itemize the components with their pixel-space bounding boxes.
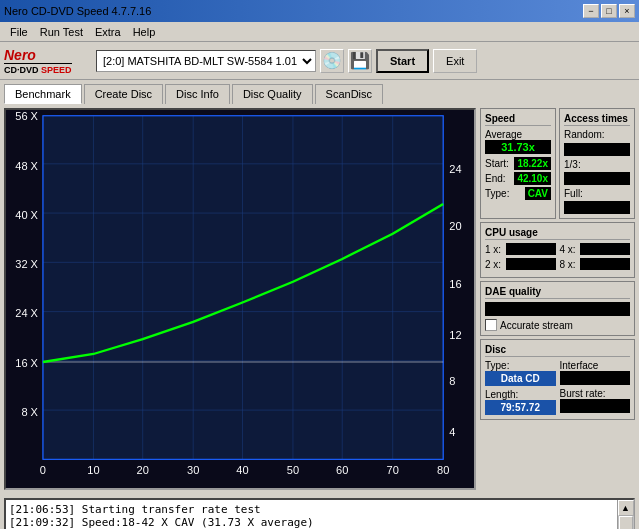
speed-section: Speed Average 31.73x Start: 18.22x End: … bbox=[480, 108, 556, 219]
end-label: End: bbox=[485, 173, 506, 184]
full-value-box bbox=[564, 201, 630, 214]
cpu-2x-box bbox=[506, 258, 556, 270]
cpu-1x-box bbox=[506, 243, 556, 255]
scroll-track[interactable] bbox=[618, 516, 634, 529]
end-value: 42.10x bbox=[514, 172, 551, 185]
disc-type-label: Type: bbox=[485, 360, 556, 371]
maximize-btn[interactable]: □ bbox=[601, 4, 617, 18]
log-scrollbar[interactable]: ▲ ▼ bbox=[617, 500, 633, 529]
disc-header: Disc bbox=[485, 344, 630, 357]
dae-value-box bbox=[485, 302, 630, 316]
tab-benchmark[interactable]: Benchmark bbox=[4, 84, 82, 104]
right-panel: Speed Average 31.73x Start: 18.22x End: … bbox=[480, 108, 635, 490]
menubar: File Run Test Extra Help bbox=[0, 22, 639, 42]
accurate-stream-label: Accurate stream bbox=[500, 320, 573, 331]
cpu-4x-label: 4 x: bbox=[560, 244, 576, 255]
tab-scan-disc[interactable]: ScanDisc bbox=[315, 84, 383, 104]
svg-text:16: 16 bbox=[449, 278, 461, 290]
access-header: Access times bbox=[564, 113, 630, 126]
titlebar: Nero CD-DVD Speed 4.7.7.16 − □ × bbox=[0, 0, 639, 22]
svg-text:0: 0 bbox=[40, 465, 46, 477]
logo-line2: CD·DVD SPEED bbox=[4, 63, 72, 75]
cpu-4x-box bbox=[580, 243, 630, 255]
log-line-2: [21:09:32] Speed:18-42 X CAV (31.73 X av… bbox=[9, 516, 614, 529]
cpu-8x-box bbox=[580, 258, 630, 270]
menu-extra[interactable]: Extra bbox=[89, 24, 127, 40]
svg-text:10: 10 bbox=[87, 465, 99, 477]
svg-text:20: 20 bbox=[449, 221, 461, 233]
logo-line1: Nero bbox=[4, 47, 72, 63]
scroll-up-btn[interactable]: ▲ bbox=[618, 500, 634, 516]
svg-text:70: 70 bbox=[387, 465, 399, 477]
menu-file[interactable]: File bbox=[4, 24, 34, 40]
interface-label: Interface bbox=[560, 360, 631, 371]
log-content: [21:06:53] Starting transfer rate test [… bbox=[6, 500, 617, 529]
svg-text:48 X: 48 X bbox=[15, 160, 38, 172]
speed-header: Speed bbox=[485, 113, 551, 126]
dae-section: DAE quality Accurate stream bbox=[480, 281, 635, 336]
logo: Nero CD·DVD SPEED bbox=[4, 47, 84, 75]
disc-length-label: Length: bbox=[485, 389, 556, 400]
disc-type-value: Data CD bbox=[485, 371, 556, 386]
cpu-header: CPU usage bbox=[485, 227, 630, 240]
disc-section: Disc Type: Data CD Length: 79:57.72 Inte… bbox=[480, 339, 635, 420]
svg-text:12: 12 bbox=[449, 329, 461, 341]
tab-create-disc[interactable]: Create Disc bbox=[84, 84, 163, 104]
one-third-value-box bbox=[564, 172, 630, 185]
main-content: 56 X 48 X 40 X 32 X 24 X 16 X 8 X 24 20 … bbox=[0, 104, 639, 494]
svg-text:30: 30 bbox=[187, 465, 199, 477]
cpu-2x-label: 2 x: bbox=[485, 259, 501, 270]
tab-disc-info[interactable]: Disc Info bbox=[165, 84, 230, 104]
type-label: Type: bbox=[485, 188, 509, 199]
scroll-thumb[interactable] bbox=[619, 516, 633, 529]
svg-text:40 X: 40 X bbox=[15, 209, 38, 221]
exit-button[interactable]: Exit bbox=[433, 49, 477, 73]
svg-text:40: 40 bbox=[236, 465, 248, 477]
random-label: Random: bbox=[564, 129, 605, 140]
svg-text:50: 50 bbox=[287, 465, 299, 477]
type-value: CAV bbox=[525, 187, 551, 200]
svg-text:56 X: 56 X bbox=[15, 111, 38, 123]
toolbar-icon-disc[interactable]: 💿 bbox=[320, 49, 344, 73]
svg-text:8: 8 bbox=[449, 375, 455, 387]
start-button[interactable]: Start bbox=[376, 49, 429, 73]
toolbar: Nero CD·DVD SPEED [2:0] MATSHITA BD-MLT … bbox=[0, 42, 639, 80]
svg-text:80: 80 bbox=[437, 465, 449, 477]
random-value-box bbox=[564, 143, 630, 156]
start-label: Start: bbox=[485, 158, 509, 169]
one-third-label: 1/3: bbox=[564, 159, 581, 170]
dae-header: DAE quality bbox=[485, 286, 630, 299]
start-value: 18.22x bbox=[514, 157, 551, 170]
svg-text:20: 20 bbox=[137, 465, 149, 477]
accurate-stream-checkbox[interactable] bbox=[485, 319, 497, 331]
burst-rate-value-box bbox=[560, 399, 631, 413]
drive-select[interactable]: [2:0] MATSHITA BD-MLT SW-5584 1.01 bbox=[96, 50, 316, 72]
average-value-box: 31.73x bbox=[485, 140, 551, 154]
svg-text:24: 24 bbox=[449, 163, 461, 175]
chart-container: 56 X 48 X 40 X 32 X 24 X 16 X 8 X 24 20 … bbox=[4, 108, 476, 490]
cpu-usage-section: CPU usage 1 x: 2 x: 4 x: bbox=[480, 222, 635, 278]
svg-text:60: 60 bbox=[336, 465, 348, 477]
titlebar-buttons: − □ × bbox=[583, 4, 635, 18]
cpu-1x-label: 1 x: bbox=[485, 244, 501, 255]
log-line-1: [21:06:53] Starting transfer rate test bbox=[9, 503, 614, 516]
tabs-bar: Benchmark Create Disc Disc Info Disc Qua… bbox=[0, 80, 639, 104]
access-times-section: Access times Random: 1/3: Full: bbox=[559, 108, 635, 219]
full-label: Full: bbox=[564, 188, 583, 199]
interface-value-box bbox=[560, 371, 631, 385]
svg-text:32 X: 32 X bbox=[15, 258, 38, 270]
average-label: Average bbox=[485, 129, 551, 140]
menu-help[interactable]: Help bbox=[127, 24, 162, 40]
minimize-btn[interactable]: − bbox=[583, 4, 599, 18]
svg-text:24 X: 24 X bbox=[15, 308, 38, 320]
burst-rate-label: Burst rate: bbox=[560, 388, 631, 399]
svg-text:16 X: 16 X bbox=[15, 357, 38, 369]
toolbar-icon-save[interactable]: 💾 bbox=[348, 49, 372, 73]
menu-run-test[interactable]: Run Test bbox=[34, 24, 89, 40]
log-area: [21:06:53] Starting transfer rate test [… bbox=[4, 498, 635, 529]
svg-text:8 X: 8 X bbox=[21, 406, 38, 418]
svg-text:4: 4 bbox=[449, 427, 455, 439]
tab-disc-quality[interactable]: Disc Quality bbox=[232, 84, 313, 104]
close-btn[interactable]: × bbox=[619, 4, 635, 18]
titlebar-title: Nero CD-DVD Speed 4.7.7.16 bbox=[4, 5, 151, 17]
